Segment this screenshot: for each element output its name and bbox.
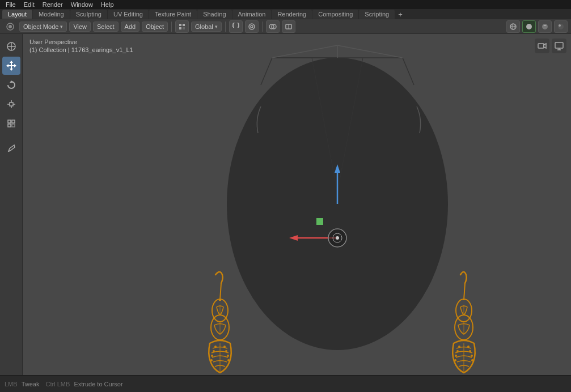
svg-point-68: [467, 346, 470, 348]
shading-solid-btn[interactable]: [522, 20, 536, 33]
svg-rect-33: [10, 103, 13, 106]
workspace-tabs: Layout Modeling Sculpting UV Editing Tex…: [0, 9, 571, 19]
svg-rect-45: [555, 42, 563, 48]
global-btn[interactable]: Global ▾: [191, 22, 222, 32]
svg-line-77: [403, 58, 414, 85]
tab-sculpting[interactable]: Sculpting: [70, 10, 107, 19]
viewport-collection: (1) Collection | 11763_earings_v1_L1: [29, 46, 133, 53]
svg-point-56: [213, 350, 215, 352]
snap-magnet-btn[interactable]: [229, 20, 243, 33]
svg-point-59: [227, 355, 229, 357]
viewport-top-right: [535, 39, 566, 53]
object-mode-icon-btn[interactable]: [3, 21, 17, 32]
overlay-btn[interactable]: [266, 20, 280, 33]
svg-point-10: [249, 24, 255, 29]
statusbar: LMB Tweak Ctrl LMB Extrude to Cursor: [0, 375, 571, 392]
svg-marker-31: [14, 64, 16, 67]
object-mode-btn[interactable]: Object Mode ▾: [19, 22, 67, 32]
tab-animation[interactable]: Animation: [232, 10, 272, 19]
separator2: [225, 22, 226, 32]
scale-tool[interactable]: [2, 95, 20, 113]
separator1: [171, 22, 172, 32]
svg-rect-38: [8, 120, 11, 123]
svg-point-74: [471, 359, 473, 361]
viewport[interactable]: User Perspective (1) Collection | 11763_…: [23, 34, 571, 375]
tab-scripting[interactable]: Scripting: [359, 10, 395, 19]
menu-help[interactable]: Help: [98, 1, 117, 8]
separator3: [262, 22, 263, 32]
xray-btn[interactable]: [282, 20, 295, 33]
svg-line-79: [272, 45, 337, 58]
svg-line-42: [9, 151, 10, 151]
svg-point-70: [469, 350, 471, 352]
svg-point-71: [455, 355, 457, 357]
toolbar: Object Mode ▾ View Select Add Object Glo…: [0, 19, 571, 34]
tab-uv-editing[interactable]: UV Editing: [108, 10, 149, 19]
svg-line-76: [261, 58, 272, 85]
select-btn[interactable]: Select: [93, 22, 119, 32]
svg-point-22: [559, 24, 561, 27]
annotate-tool[interactable]: [2, 139, 20, 157]
shading-wireframe-btn[interactable]: [506, 20, 520, 33]
tab-layout[interactable]: Layout: [2, 10, 32, 19]
menu-window[interactable]: Window: [67, 1, 96, 8]
add-btn[interactable]: Add: [121, 22, 140, 32]
transform-icon-btn[interactable]: [175, 20, 189, 33]
proportional-edit-btn[interactable]: [245, 20, 259, 33]
tab-compositing[interactable]: Compositing: [312, 10, 358, 19]
shading-rendered-btn[interactable]: [554, 20, 568, 33]
svg-rect-43: [538, 44, 544, 48]
svg-rect-39: [12, 120, 15, 123]
scene-svg: [23, 34, 571, 375]
svg-rect-2: [179, 24, 181, 26]
tab-rendering[interactable]: Rendering: [272, 10, 312, 19]
shading-material-btn[interactable]: [538, 20, 552, 33]
svg-marker-28: [10, 61, 13, 63]
tab-shading[interactable]: Shading: [197, 10, 231, 19]
svg-marker-29: [10, 69, 13, 71]
svg-point-61: [227, 359, 230, 361]
statusbar-text: LMB Tweak Ctrl LMB Extrude to Cursor: [5, 381, 123, 387]
move-tool[interactable]: [2, 57, 20, 75]
object-btn[interactable]: Object: [142, 22, 168, 32]
svg-point-1: [9, 25, 12, 28]
svg-line-80: [337, 45, 403, 58]
svg-rect-88: [316, 218, 323, 225]
menu-file[interactable]: File: [2, 1, 19, 8]
svg-point-21: [558, 24, 564, 29]
svg-point-57: [225, 350, 227, 352]
svg-marker-30: [6, 64, 9, 67]
rotate-tool[interactable]: [2, 76, 20, 94]
viewport-info: User Perspective (1) Collection | 11763_…: [29, 39, 133, 53]
menu-render[interactable]: Render: [39, 1, 66, 8]
svg-point-55: [223, 346, 226, 348]
svg-rect-5: [183, 27, 185, 29]
svg-rect-4: [179, 27, 181, 29]
transform-tool[interactable]: [2, 114, 20, 133]
add-workspace-button[interactable]: +: [395, 10, 405, 19]
svg-rect-40: [8, 124, 11, 127]
viewport-perspective: User Perspective: [29, 39, 133, 45]
svg-point-72: [471, 355, 473, 357]
toolbar-right: [506, 20, 568, 33]
svg-marker-44: [544, 44, 546, 48]
view-btn[interactable]: View: [69, 22, 91, 32]
viewport-camera-icon[interactable]: [535, 39, 549, 53]
svg-point-58: [211, 355, 213, 357]
svg-point-73: [454, 359, 456, 361]
svg-point-91: [336, 236, 339, 240]
svg-point-54: [214, 346, 217, 348]
tab-texture-paint[interactable]: Texture Paint: [149, 10, 197, 19]
svg-point-11: [251, 25, 253, 28]
cursor-tool[interactable]: [2, 37, 20, 56]
tab-modeling[interactable]: Modeling: [33, 10, 70, 19]
top-menubar: File Edit Render Window Help: [0, 0, 571, 9]
svg-point-69: [456, 350, 459, 352]
left-sidebar: [0, 34, 23, 375]
viewport-display-icon[interactable]: [552, 39, 566, 53]
svg-point-20: [542, 24, 548, 29]
svg-point-60: [210, 359, 213, 361]
svg-point-19: [526, 24, 532, 29]
menu-edit[interactable]: Edit: [20, 1, 38, 8]
svg-rect-41: [12, 124, 15, 127]
